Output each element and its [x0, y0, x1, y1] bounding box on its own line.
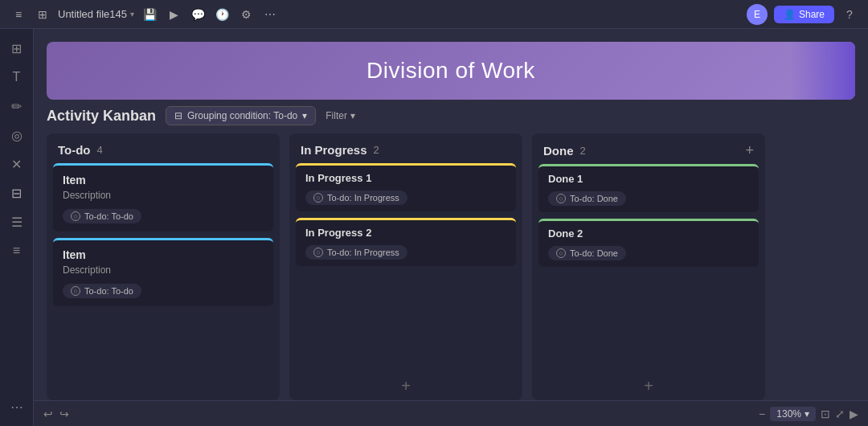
kanban-header: Activity Kanban ⊟ Grouping condition: To…: [47, 106, 855, 125]
col-done-title: Done: [543, 144, 574, 158]
toolbar-left: ≡ ⊞ Untitled file145 ▾ 💾 ▶ 💬 🕐 ⚙ ⋯: [10, 6, 740, 23]
sidebar-close-icon[interactable]: ✕: [4, 151, 30, 177]
grouping-chevron: ▾: [302, 110, 307, 121]
kanban-title: Activity Kanban: [47, 108, 156, 125]
col-done-cards: Done 1 ○ To-do: Done Done 2 ○ To-do: D: [532, 164, 765, 372]
clock-icon[interactable]: 🕐: [213, 6, 231, 23]
card-todo-2: Item Description ○ To-do: To-do: [53, 238, 273, 306]
col-todo-title: To-do: [58, 143, 91, 157]
sidebar-list-icon[interactable]: ☰: [4, 209, 30, 235]
file-name-container: Untitled file145 ▾: [58, 8, 134, 20]
toolbar-right: E 👤 Share ?: [747, 4, 858, 25]
card-done-1: Done 1 ○ To-do: Done: [538, 164, 759, 212]
tag-icon-d1: ○: [556, 194, 566, 203]
card-todo-1-desc: Description: [63, 190, 264, 201]
canvas: Division of Work Activity Kanban ⊟ Group…: [34, 29, 868, 426]
file-name-label: Untitled file145: [58, 8, 127, 20]
zoom-level[interactable]: 130% ▾: [770, 407, 816, 421]
col-inprogress-count: 2: [374, 144, 379, 156]
kanban-container: Activity Kanban ⊟ Grouping condition: To…: [34, 106, 868, 400]
card-todo-2-title: Item: [63, 248, 264, 261]
tag-icon-ip1: ○: [313, 193, 323, 203]
card-done-1-tag: ○ To-do: Done: [548, 191, 626, 206]
column-todo: To-do 4 Item Description ○ To-do: To-do: [47, 133, 280, 400]
card-done-2: Done 2 ○ To-do: Done: [538, 219, 759, 267]
more-icon[interactable]: ⋯: [261, 6, 279, 23]
banner: Division of Work: [47, 42, 855, 100]
zoom-control: − 130% ▾ ⊡ ⤢ ▶: [759, 407, 858, 421]
column-in-progress: In Progress 2 In Progress 1 ○ To-do: In …: [289, 133, 522, 400]
col-done-footer: +: [532, 372, 765, 400]
card-ip-2-title: In Progress 2: [305, 227, 506, 239]
save-icon[interactable]: 💾: [141, 6, 158, 23]
share-icon: 👤: [784, 9, 796, 20]
col-todo-cards: Item Description ○ To-do: To-do Item Des…: [47, 163, 280, 400]
grouping-button[interactable]: ⊟ Grouping condition: To-do ▾: [166, 106, 316, 125]
col-done-header: Done 2 +: [532, 133, 765, 164]
card-todo-1-tag: ○ To-do: To-do: [63, 209, 141, 223]
add-done-column-button[interactable]: +: [745, 143, 754, 158]
card-done-2-title: Done 2: [548, 227, 749, 240]
sidebar-text-icon[interactable]: T: [4, 64, 30, 90]
card-ip-2-tag: ○ To-do: In Progress: [305, 245, 407, 260]
sidebar-grid-icon[interactable]: ⊞: [4, 35, 30, 61]
banner-title: Division of Work: [366, 58, 535, 84]
col-inprogress-title: In Progress: [301, 143, 367, 157]
col-inprogress-footer: +: [289, 372, 522, 400]
tag-icon-d2: ○: [556, 248, 566, 258]
share-settings-icon[interactable]: ⚙: [237, 6, 255, 23]
fullscreen-icon[interactable]: ⤢: [835, 408, 845, 420]
sidebar-table-icon[interactable]: ⊟: [4, 180, 30, 206]
toolbar: ≡ ⊞ Untitled file145 ▾ 💾 ▶ 💬 🕐 ⚙ ⋯ E 👤 S…: [0, 0, 868, 29]
zoom-out-icon[interactable]: −: [759, 408, 765, 420]
share-button[interactable]: 👤 Share: [774, 6, 834, 23]
card-done-2-tag: ○ To-do: Done: [548, 246, 626, 260]
bottom-bar: ↩ ↪ − 130% ▾ ⊡ ⤢ ▶: [34, 400, 868, 426]
zoom-chevron: ▾: [805, 408, 809, 420]
add-inprogress-card-button[interactable]: +: [401, 377, 411, 395]
sidebar-more-icon[interactable]: ⋯: [4, 394, 30, 420]
card-todo-2-tag: ○ To-do: To-do: [63, 284, 141, 298]
filter-chevron: ▾: [350, 110, 355, 121]
card-done-1-title: Done 1: [548, 173, 749, 185]
card-ip-1-title: In Progress 1: [305, 172, 506, 184]
card-todo-1-title: Item: [63, 174, 264, 186]
card-todo-1: Item Description ○ To-do: To-do: [53, 163, 273, 231]
grouping-label: Grouping condition: To-do: [187, 110, 297, 121]
filter-label: Filter: [326, 110, 347, 121]
col-inprogress-cards: In Progress 1 ○ To-do: In Progress In Pr…: [289, 163, 522, 372]
kanban-board: To-do 4 Item Description ○ To-do: To-do: [47, 133, 855, 400]
grouping-icon: ⊟: [174, 110, 182, 121]
avatar: E: [747, 4, 768, 25]
comment-icon[interactable]: 💬: [189, 6, 207, 23]
help-icon[interactable]: ?: [841, 6, 858, 23]
menu-icon[interactable]: ≡: [10, 6, 27, 23]
tag-icon-ip2: ○: [313, 248, 323, 257]
filter-button[interactable]: Filter ▾: [326, 110, 355, 121]
run-icon[interactable]: ▶: [850, 408, 858, 420]
col-done-count: 2: [580, 145, 586, 157]
main-layout: ⊞ T ✏ ◎ ✕ ⊟ ☰ ≡ ⋯ Division of Work Activ…: [0, 29, 868, 426]
card-ip-1: In Progress 1 ○ To-do: In Progress: [296, 163, 516, 211]
tag-icon-2: ○: [71, 286, 80, 296]
card-ip-2: In Progress 2 ○ To-do: In Progress: [296, 218, 516, 266]
col-todo-header: To-do 4: [47, 133, 280, 163]
col-todo-count: 4: [97, 144, 103, 156]
sidebar-edit-icon[interactable]: ✏: [4, 93, 30, 119]
tag-icon: ○: [71, 211, 80, 221]
play-icon[interactable]: ▶: [165, 6, 182, 23]
sidebar: ⊞ T ✏ ◎ ✕ ⊟ ☰ ≡ ⋯: [0, 29, 34, 426]
col-inprogress-header: In Progress 2: [289, 133, 522, 163]
grid-icon[interactable]: ⊞: [34, 6, 51, 23]
redo-icon[interactable]: ↪: [59, 408, 69, 420]
file-name-chevron[interactable]: ▾: [130, 10, 134, 18]
undo-icon[interactable]: ↩: [43, 408, 53, 420]
zoom-fit-icon[interactable]: ⊡: [821, 408, 830, 420]
sidebar-list2-icon[interactable]: ≡: [4, 238, 30, 264]
column-done: Done 2 + Done 1 ○ To-do: Done: [532, 133, 765, 400]
card-todo-2-desc: Description: [63, 264, 264, 276]
card-ip-1-tag: ○ To-do: In Progress: [305, 190, 407, 205]
add-done-card-button[interactable]: +: [644, 377, 653, 395]
sidebar-shapes-icon[interactable]: ◎: [4, 122, 30, 148]
